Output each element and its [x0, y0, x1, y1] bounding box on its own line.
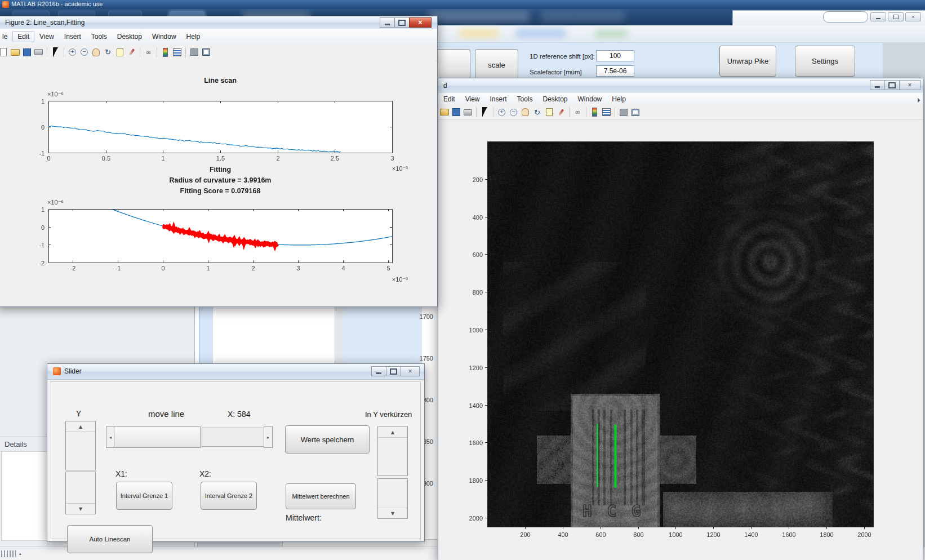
brush-icon[interactable]: [556, 108, 566, 117]
insert-legend-icon[interactable]: [172, 47, 182, 57]
line-scan-title: Line scan: [108, 77, 333, 85]
show-plot-tools-icon[interactable]: [630, 108, 640, 117]
toolbar-separator: [140, 47, 140, 57]
move-line-label: move line: [148, 409, 184, 419]
zoom-out-icon[interactable]: −: [79, 47, 89, 57]
background-maximize-button[interactable]: [888, 12, 904, 21]
open-folder-icon[interactable]: [439, 108, 449, 117]
menu-item-desktop[interactable]: Desktop: [112, 31, 147, 42]
scroll-down-icon[interactable]: ▼: [378, 508, 407, 518]
menu-item-view[interactable]: View: [460, 94, 485, 105]
scalefactor-input[interactable]: [596, 65, 634, 77]
print-icon[interactable]: [463, 108, 473, 117]
in-y-verkuerzen-label: In Y verkürzen: [365, 410, 412, 419]
rotate-3d-icon[interactable]: ↻: [103, 47, 113, 57]
data-cursor-icon[interactable]: [115, 47, 124, 57]
menu-item-le[interactable]: le: [0, 31, 12, 42]
minimize-button[interactable]: [380, 17, 394, 28]
y-scrollbar-upper[interactable]: ▲: [65, 421, 96, 470]
menu-item-insert[interactable]: Insert: [484, 94, 512, 105]
print-icon[interactable]: [34, 47, 43, 57]
fitting-plot[interactable]: [23, 195, 412, 290]
close-button[interactable]: ×: [899, 80, 920, 90]
data-cursor-icon[interactable]: [544, 108, 554, 117]
werte-speichern-button[interactable]: Werte speichern: [285, 425, 370, 454]
menu-item-tools[interactable]: Tools: [512, 94, 538, 105]
brush-icon[interactable]: [127, 47, 136, 57]
hide-plot-tools-icon[interactable]: [189, 47, 199, 57]
settings-button[interactable]: Settings: [795, 46, 855, 77]
menu-item-insert[interactable]: Insert: [59, 31, 86, 42]
zoom-out-icon[interactable]: −: [509, 108, 518, 117]
y-scrollbar-lower[interactable]: ▼: [65, 472, 96, 514]
mittelwert-berechnen-button[interactable]: Mittelwert berechnen: [286, 483, 356, 509]
slider-right-arrow[interactable]: ▸: [264, 426, 273, 448]
menu-item-help[interactable]: Help: [181, 31, 206, 42]
slider-track[interactable]: [202, 428, 265, 447]
line-scan-plot[interactable]: [23, 85, 412, 175]
show-plot-tools-icon[interactable]: [201, 47, 211, 57]
rotate-3d-icon[interactable]: ↻: [532, 108, 542, 117]
link-plots-icon[interactable]: ∞: [573, 108, 582, 117]
new-file-icon[interactable]: [0, 47, 8, 57]
insert-legend-icon[interactable]: [602, 108, 611, 117]
auto-linescan-button[interactable]: Auto Linescan: [67, 525, 153, 553]
fitting-subtitle-radius: Radius of curvature = 3.9916m: [79, 176, 361, 184]
menu-item-window[interactable]: Window: [147, 31, 181, 42]
cursor-icon[interactable]: [480, 108, 490, 117]
hide-plot-tools-icon[interactable]: [619, 108, 628, 117]
menu-item-edit[interactable]: Edit: [438, 94, 460, 105]
phase-image-plot[interactable]: [441, 120, 920, 559]
scroll-up-icon[interactable]: ▲: [378, 427, 407, 438]
cursor-icon[interactable]: [51, 47, 60, 57]
figure2-titlebar[interactable]: Figure 2: Line_scan,Fitting ×: [0, 16, 437, 29]
scroll-up-icon[interactable]: ▲: [66, 421, 95, 432]
ribbon-toolstrip-area: [437, 25, 925, 42]
maximize-button[interactable]: [394, 17, 409, 28]
statusbar-grip-icon[interactable]: [1, 550, 16, 557]
zoom-in-icon[interactable]: +: [497, 108, 506, 117]
menu-item-view[interactable]: View: [34, 31, 59, 42]
interval-grenze1-button[interactable]: Interval Grenze 1: [116, 482, 172, 510]
zoom-in-icon[interactable]: +: [68, 47, 77, 57]
statusbar-arrow-icon[interactable]: ▴: [19, 552, 21, 556]
maximize-button[interactable]: [884, 80, 899, 90]
scroll-down-icon[interactable]: ▼: [66, 503, 95, 514]
menu-item-window[interactable]: Window: [573, 94, 607, 105]
maximize-button[interactable]: [386, 366, 401, 376]
figure2-toolbar: +−↻∞: [0, 44, 437, 61]
interval-grenze2-button[interactable]: Interval Grenze 2: [201, 482, 257, 510]
menu-item-help[interactable]: Help: [607, 94, 631, 105]
link-plots-icon[interactable]: ∞: [144, 47, 153, 57]
insert-colorbar-icon[interactable]: [161, 47, 170, 57]
slider-thumb[interactable]: [114, 426, 201, 448]
details-panel-header[interactable]: Details: [5, 440, 27, 448]
ref-shift-label: 1D reference shift [px]:: [530, 53, 595, 60]
pan-hand-icon[interactable]: [521, 108, 530, 117]
in-y-scrollbar-upper[interactable]: ▲: [377, 426, 408, 476]
search-input[interactable]: [823, 11, 868, 23]
scale-button[interactable]: scale: [475, 49, 518, 81]
background-minimize-button[interactable]: [870, 12, 886, 21]
close-button[interactable]: ×: [401, 366, 420, 376]
in-y-scrollbar-lower[interactable]: ▼: [377, 478, 408, 519]
insert-colorbar-icon[interactable]: [590, 108, 599, 117]
background-close-button[interactable]: ×: [905, 12, 921, 21]
slider-titlebar[interactable]: Slider ×: [47, 364, 424, 380]
figure2-title: Figure 2: Line_scan,Fitting: [5, 19, 85, 26]
ref-shift-input[interactable]: [596, 50, 634, 61]
partial-hidden-button[interactable]: [437, 49, 470, 81]
open-folder-icon[interactable]: [10, 47, 20, 57]
pan-hand-icon[interactable]: [91, 47, 101, 57]
minimize-button[interactable]: [870, 80, 884, 90]
close-button[interactable]: ×: [409, 17, 432, 28]
menu-item-tools[interactable]: Tools: [86, 31, 112, 42]
menu-item-edit[interactable]: Edit: [12, 31, 34, 42]
save-icon[interactable]: [451, 108, 461, 117]
figure-right-titlebar[interactable]: d ×: [438, 78, 923, 94]
toolbar-separator: [64, 47, 64, 57]
minimize-button[interactable]: [371, 366, 386, 376]
unwrap-pike-button[interactable]: Unwrap Pike: [719, 46, 776, 77]
save-icon[interactable]: [22, 47, 32, 57]
menu-item-desktop[interactable]: Desktop: [538, 94, 573, 105]
